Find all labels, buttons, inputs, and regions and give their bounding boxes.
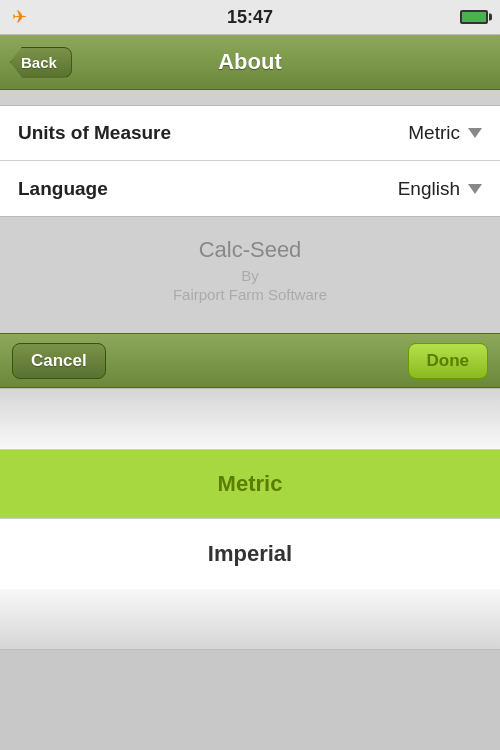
done-button[interactable]: Done: [408, 343, 489, 379]
cancel-button[interactable]: Cancel: [12, 343, 106, 379]
units-of-measure-label: Units of Measure: [18, 122, 408, 144]
content-area: Units of Measure Metric Language English…: [0, 90, 500, 333]
back-button[interactable]: Back: [10, 47, 72, 78]
status-bar: ✈ 15:47: [0, 0, 500, 35]
picker-wrapper: Metric Imperial: [0, 389, 500, 649]
battery-fill: [463, 13, 485, 21]
nav-title: About: [218, 49, 282, 75]
picker-item-imperial[interactable]: Imperial: [0, 519, 500, 589]
nav-bar: Back About: [0, 35, 500, 90]
language-value[interactable]: English: [398, 178, 482, 200]
status-time: 15:47: [227, 7, 273, 28]
settings-table: Units of Measure Metric Language English: [0, 105, 500, 217]
about-info: Calc-Seed By Fairport Farm Software: [0, 217, 500, 318]
about-by: By: [0, 267, 500, 284]
about-company: Fairport Farm Software: [0, 286, 500, 303]
picker-container: Metric Imperial: [0, 388, 500, 650]
language-dropdown-arrow: [468, 184, 482, 194]
language-text: English: [398, 178, 460, 200]
airplane-icon: ✈: [12, 6, 27, 28]
picker-wheel[interactable]: Metric Imperial: [0, 388, 500, 650]
units-of-measure-text: Metric: [408, 122, 460, 144]
language-row[interactable]: Language English: [0, 161, 500, 216]
about-app-name: Calc-Seed: [0, 237, 500, 263]
status-bar-left: ✈: [12, 6, 27, 28]
picker-item-metric[interactable]: Metric: [0, 449, 500, 519]
battery-icon: [460, 10, 488, 24]
units-of-measure-dropdown-arrow: [468, 128, 482, 138]
language-label: Language: [18, 178, 398, 200]
picker-item-empty-top: [0, 389, 500, 449]
units-of-measure-value[interactable]: Metric: [408, 122, 482, 144]
units-of-measure-row[interactable]: Units of Measure Metric: [0, 106, 500, 161]
toolbar: Cancel Done: [0, 333, 500, 388]
picker-item-empty-bottom: [0, 589, 500, 649]
